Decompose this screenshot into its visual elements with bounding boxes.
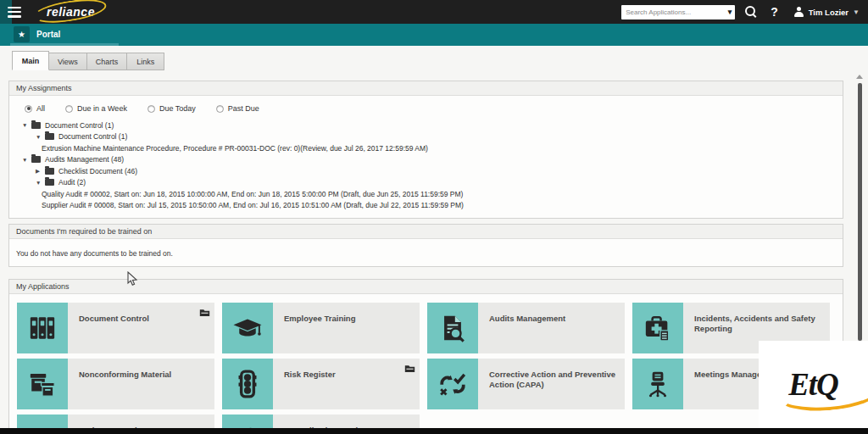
tree-leaf-row[interactable]: Extrusion Machine Maintenance Procedure,… (9, 142, 843, 154)
top-app-bar: reliance ▾ ? Tim Lozier ▼ (0, 0, 868, 24)
tree-item-label: Quality Audit # 00002, Start on: Jun 18,… (42, 190, 463, 198)
tab-charts[interactable]: Charts (87, 53, 128, 70)
filter-radio-past-due[interactable]: Past Due (216, 104, 259, 113)
app-tile-label: Risk Register (273, 359, 420, 409)
tree-folder-row[interactable]: Audit (2) (9, 177, 843, 189)
collapse-arrow-icon[interactable] (36, 134, 45, 140)
capa-arrows-icon (427, 359, 478, 409)
tree-item-label: Supplier Audit # 00008, Start on: Jul 15… (42, 201, 464, 209)
radio-button-icon[interactable] (65, 105, 73, 113)
tree-item-label: Extrusion Machine Maintenance Procedure,… (42, 144, 428, 153)
folder-icon (45, 168, 54, 175)
tree-item-label: Document Control (1) (45, 121, 114, 130)
hamburger-menu-icon[interactable] (8, 7, 21, 18)
app-tile-label: Employee Training (273, 303, 420, 353)
tab-main[interactable]: Main (12, 51, 49, 70)
folder-badge-icon[interactable] (404, 361, 415, 370)
app-tile-document-control[interactable]: Document Control (17, 303, 214, 353)
tab-views[interactable]: Views (49, 53, 87, 70)
portal-active-indicator (10, 43, 119, 46)
tree-item-label: Document Control (1) (58, 132, 127, 141)
mouse-cursor (127, 271, 138, 291)
collapse-arrow-icon[interactable] (36, 180, 45, 186)
search-input[interactable] (626, 8, 726, 16)
tree-leaf-row[interactable]: Quality Audit # 00002, Start on: Jun 18,… (9, 188, 843, 200)
training-documents-header: Documents I'm required to be trained on (9, 225, 843, 239)
app-tile-audits-management[interactable]: Audits Management (427, 303, 625, 353)
radio-button-icon[interactable] (25, 105, 32, 113)
filter-radio-all[interactable]: All (25, 104, 45, 113)
etq-logo: EtQ (788, 366, 838, 403)
folder-badge-icon[interactable] (199, 305, 210, 314)
collapse-arrow-icon[interactable] (22, 157, 31, 163)
tab-label: Charts (96, 58, 119, 66)
expand-arrow-icon[interactable] (36, 168, 45, 175)
tree-folder-row[interactable]: Checklist Document (46) (9, 165, 843, 177)
filter-label: Due in a Week (77, 104, 127, 113)
page-tabs: MainViewsChartsLinks (12, 51, 164, 70)
filter-radio-due-in-a-week[interactable]: Due in a Week (65, 104, 127, 113)
app-tile-risk-register[interactable]: Risk Register (222, 359, 420, 409)
user-menu[interactable]: Tim Lozier ▼ (793, 7, 860, 17)
tree-folder-row[interactable]: Document Control (1) (9, 131, 843, 143)
tab-label: Main (22, 57, 40, 65)
tree-item-label: Checklist Document (46) (58, 167, 137, 175)
assignment-filters: AllDue in a WeekDue TodayPast Due (25, 104, 843, 113)
radio-button-icon[interactable] (147, 105, 155, 113)
radio-button-icon[interactable] (216, 105, 224, 113)
tab-label: Views (58, 58, 78, 66)
my-assignments-panel: My Assignments AllDue in a WeekDue Today… (8, 81, 843, 219)
tree-folder-row[interactable]: Audits Management (48) (9, 154, 843, 166)
app-tile-label: Document Control (68, 303, 214, 353)
portal-label: Portal (36, 30, 60, 39)
filter-label: All (36, 104, 45, 113)
search-icon[interactable] (745, 6, 757, 18)
tree-item-label: Audits Management (48) (45, 155, 124, 164)
app-tile-label: Audits Management (478, 303, 625, 353)
folder-icon (45, 179, 54, 186)
help-icon[interactable]: ? (771, 5, 778, 19)
training-empty-message: You do not have any documents to be trai… (9, 239, 843, 258)
user-name: Tim Lozier (809, 8, 849, 17)
app-tile-employee-training[interactable]: Employee Training (222, 303, 420, 353)
office-chair-icon (632, 359, 683, 409)
person-icon (793, 7, 804, 17)
filter-label: Past Due (228, 104, 259, 113)
tree-item-label: Audit (2) (58, 178, 86, 186)
first-aid-kit-icon (632, 303, 683, 353)
graduation-cap-icon (222, 303, 273, 353)
traffic-light-icon (222, 359, 273, 409)
collapse-arrow-icon[interactable] (22, 122, 31, 128)
portal-bar: ★ Portal (0, 24, 868, 46)
app-tile-label: Nonconforming Material (68, 359, 214, 409)
portal-tab[interactable]: ★ Portal (14, 26, 60, 42)
assignments-tree: Document Control (1)Document Control (1)… (9, 120, 843, 211)
tab-links[interactable]: Links (127, 53, 164, 70)
training-documents-panel: Documents I'm required to be trained on … (8, 224, 843, 267)
material-boxes-icon (17, 359, 68, 409)
filter-label: Due Today (159, 104, 196, 113)
etq-watermark: EtQ (759, 341, 868, 428)
binders-icon (17, 303, 68, 353)
reliance-logo: reliance (42, 3, 100, 20)
tree-folder-row[interactable]: Document Control (1) (9, 120, 843, 131)
tab-label: Links (136, 58, 154, 66)
folder-icon (31, 156, 41, 163)
my-applications-panel: My Applications Document ControlEmployee… (8, 279, 843, 434)
app-tile-corrective-action-and-preventive-action-capa[interactable]: Corrective Action and Preventive Action … (427, 359, 625, 409)
app-tile-nonconforming-material[interactable]: Nonconforming Material (17, 359, 214, 409)
my-assignments-header: My Assignments (9, 81, 843, 96)
folder-icon (31, 122, 41, 129)
app-tile-label: Corrective Action and Preventive Action … (478, 359, 625, 409)
filter-radio-due-today[interactable]: Due Today (147, 104, 196, 113)
folder-icon (45, 133, 54, 140)
scrollbar-up-arrow-icon[interactable] (856, 75, 863, 79)
letterbox-bar (0, 428, 868, 434)
application-tiles: Document ControlEmployee TrainingAudits … (9, 294, 843, 434)
chevron-down-icon[interactable]: ▾ (726, 8, 734, 16)
search-applications-combobox[interactable]: ▾ (621, 5, 735, 19)
caret-down-icon: ▼ (853, 8, 860, 16)
vertical-scrollbar-thumb[interactable] (858, 83, 862, 341)
tree-leaf-row[interactable]: Supplier Audit # 00008, Start on: Jul 15… (9, 200, 843, 212)
star-icon: ★ (14, 26, 30, 42)
